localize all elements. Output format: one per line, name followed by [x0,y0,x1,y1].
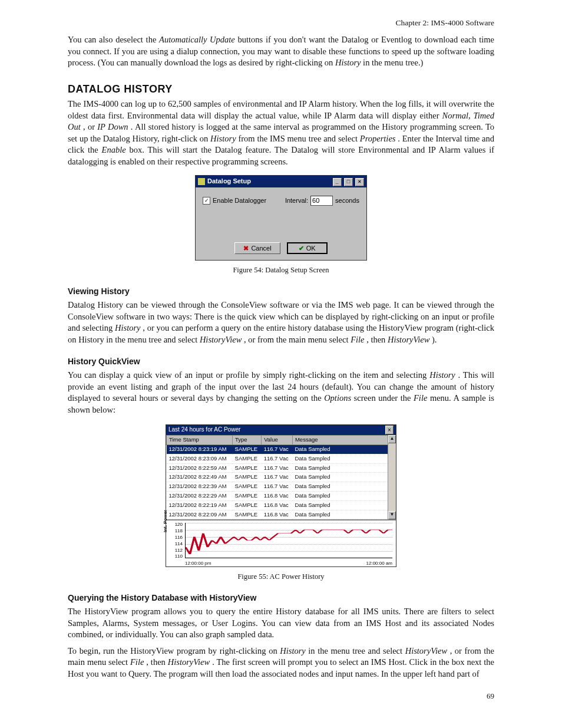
italic: History [280,646,306,655]
checkbox-icon: ✓ [203,197,210,205]
cell: 12/31/2002 8:23:19 AM [167,444,233,454]
italic: History [115,323,141,332]
italic: Options [324,393,351,403]
table-row[interactable]: 12/31/2002 8:22:09 AMSAMPLE116.8 VacData… [167,510,396,519]
scroll-up-icon[interactable]: ▲ [388,435,396,443]
cell: 12/31/2002 8:22:39 AM [167,482,233,492]
ytick: 114 [167,541,183,548]
line-series [186,523,392,558]
italic: HistoryView [388,335,429,344]
cell: SAMPLE [233,463,262,473]
table-row[interactable]: 12/31/2002 8:22:59 AMSAMPLE116.7 VacData… [167,463,396,473]
col-message[interactable]: Message [292,436,395,445]
italic: History [429,370,455,380]
italic: File [414,393,427,403]
text: You can display a quick view of an input… [68,370,429,380]
italic: Enable [102,145,126,154]
italic: IP Down [97,122,128,131]
ok-button[interactable]: ✔ OK [287,242,328,255]
x-icon: ✖ [243,244,249,253]
close-button[interactable]: × [355,178,364,186]
ytick: 116 [167,535,183,541]
text: You can also deselect the [68,35,159,44]
chapter-header: Chapter 2: IMS-4000 Software [68,18,494,28]
cell: Data Sampled [292,444,395,454]
table-row[interactable]: 12/31/2002 8:23:09 AMSAMPLE116.7 VacData… [167,454,396,463]
cell: Data Sampled [292,454,395,463]
window-title: Datalog Setup [207,177,251,186]
table-row[interactable]: 12/31/2002 8:22:29 AMSAMPLE116.8 VacData… [167,491,396,500]
titlebar[interactable]: Last 24 hours for AC Power × [166,425,396,436]
ytick: 118 [167,528,183,535]
italic: Properties [360,134,396,143]
titlebar[interactable]: Datalog Setup _ □ × [196,176,366,187]
text: box. This will start the Datalog feature… [68,145,494,166]
minimize-button[interactable]: _ [333,178,342,186]
text: , or from the main menu select [244,335,351,344]
querying-p1: The HistoryView program allows you to qu… [68,606,494,641]
text: in the menu tree and select [308,646,405,655]
datalog-history-heading: DATALOG HISTORY [68,82,494,96]
interval-input[interactable]: 60 [310,196,333,206]
italic: History [335,58,361,67]
text: , or [83,122,97,131]
querying-p2: To begin, run the HistoryView program by… [68,645,494,680]
history-quickview-heading: History QuickView [68,356,494,367]
xtick-left: 12:00:00 pm [185,561,211,567]
interval-label: Interval: [285,196,308,205]
checkbox-label: Enable Datalogger [213,196,266,205]
text: , then [366,335,388,344]
cell: Data Sampled [292,491,395,500]
text: The IMS-4000 can log up to 62,500 sample… [68,99,494,120]
ytick: 112 [167,548,183,554]
cell: Data Sampled [292,463,395,473]
text: screen under the [354,393,414,403]
cell: SAMPLE [233,444,262,454]
history-quickview-paragraph: You can display a quick view of an input… [68,370,494,416]
cell: Data Sampled [292,482,395,492]
close-button[interactable]: × [385,426,394,435]
cell: 12/31/2002 8:23:09 AM [167,454,233,463]
chart-yaxis: 120 118 116 114 112 110 [167,522,183,558]
col-timestamp[interactable]: Time Stamp [167,436,233,445]
italic: HistoryView [200,335,242,344]
button-label: Cancel [251,244,271,253]
plot-area [185,523,392,558]
table-row[interactable]: 12/31/2002 8:22:49 AMSAMPLE116.7 VacData… [167,473,396,482]
cell: 12/31/2002 8:22:29 AM [167,491,233,500]
cell: 12/31/2002 8:22:59 AM [167,463,233,473]
text: To begin, run the HistoryView program by… [68,646,280,655]
page-number: 69 [68,691,494,701]
cell: 12/31/2002 8:22:19 AM [167,500,233,510]
window-title: Last 24 hours for AC Power [168,426,240,435]
scrollbar[interactable]: ▲ ▼ [388,435,396,519]
cell: 116.7 Vac [262,463,293,473]
table-row[interactable]: 12/31/2002 8:23:19 AMSAMPLE116.7 VacData… [167,444,396,454]
history-chart: Int. Power 120 118 116 114 112 110 12:00… [166,519,396,566]
maximize-button[interactable]: □ [344,178,353,186]
cell: SAMPLE [233,491,262,500]
cell: 116.7 Vac [262,444,293,454]
table-row[interactable]: 12/31/2002 8:22:19 AMSAMPLE116.8 VacData… [167,500,396,510]
ytick: 110 [167,554,183,560]
cell: Data Sampled [292,473,395,482]
text: from the IMS menu tree and select [238,134,359,143]
text: in the menu tree.) [363,58,423,67]
intro-paragraph: You can also deselect the Automatically … [68,34,494,69]
scroll-down-icon[interactable]: ▼ [388,511,396,519]
italic: HistoryView [405,646,447,655]
interval-units: seconds [335,196,359,205]
cell: SAMPLE [233,454,262,463]
cell: 116.8 Vac [262,491,293,500]
cell: SAMPLE [233,500,262,510]
enable-datalogger-checkbox[interactable]: ✓ Enable Datalogger [203,196,266,205]
viewing-history-paragraph: Datalog History can be viewed through th… [68,299,494,345]
table-row[interactable]: 12/31/2002 8:22:39 AMSAMPLE116.7 VacData… [167,482,396,492]
col-type[interactable]: Type [233,436,262,445]
xtick-right: 12:00:00 am [366,561,392,567]
ytick: 120 [167,522,183,528]
cell: 116.7 Vac [262,482,293,492]
cancel-button[interactable]: ✖ Cancel [234,242,280,255]
text: , then [146,657,167,667]
col-value[interactable]: Value [262,436,293,445]
